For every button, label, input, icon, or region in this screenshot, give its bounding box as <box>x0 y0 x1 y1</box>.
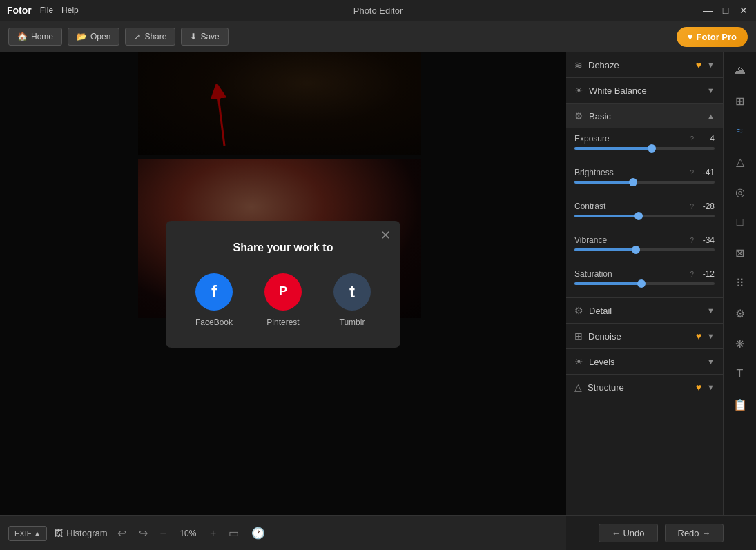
menu-help[interactable]: Help <box>61 6 79 15</box>
share-button[interactable]: ↗ Share <box>125 28 175 46</box>
denoise-expand-icon: ▼ <box>707 332 715 340</box>
undo-arrow-icon: ← <box>612 528 623 538</box>
app-name: Fotor <box>7 5 32 16</box>
close-button[interactable]: ✕ <box>738 5 749 16</box>
heart-icon: ♥ <box>688 32 693 42</box>
contrast-label: Contrast <box>574 202 688 211</box>
dehaze-pro-badge: ♥ <box>696 59 701 70</box>
open-button[interactable]: 📂 Open <box>68 28 119 46</box>
facebook-share[interactable]: f FaceBook <box>195 273 233 327</box>
modal-close-button[interactable]: ✕ <box>380 228 391 243</box>
maximize-button[interactable]: □ <box>720 5 731 16</box>
save-icon: ⬇ <box>190 32 197 41</box>
levels-section: ☀ Levels ▼ <box>566 349 723 375</box>
square-icon[interactable]: □ <box>729 211 751 233</box>
home-button[interactable]: 🏠 Home <box>8 28 62 46</box>
pattern-icon[interactable]: ⊠ <box>729 242 751 264</box>
dehaze-section: ≋ Dehaze ♥ ▼ <box>566 52 723 78</box>
window-title: Photo Editor <box>353 6 403 16</box>
bottom-bar-right: ← Undo Redo → <box>566 515 756 550</box>
detail-section: ⚙ Detail ▼ <box>566 298 723 324</box>
tumblr-icon: t <box>333 273 371 311</box>
save-button[interactable]: ⬇ Save <box>181 28 228 46</box>
levels-row[interactable]: ☀ Levels ▼ <box>566 349 723 374</box>
exposure-slider-section: Exposure ? 4 <box>566 128 723 162</box>
denoise-pro-badge: ♥ <box>696 331 701 342</box>
facebook-label: FaceBook <box>195 317 233 327</box>
home-icon: 🏠 <box>17 32 28 41</box>
window-controls: — □ ✕ <box>702 5 749 16</box>
zoom-in-icon[interactable]: + <box>207 524 219 542</box>
adjust-icon[interactable]: ≈ <box>729 120 751 142</box>
basic-section: ⚙ Basic ▲ Exposure ? 4 Brightness ? -41 <box>566 104 723 298</box>
detail-label: Detail <box>589 306 701 316</box>
white-balance-expand-icon: ▼ <box>707 86 715 95</box>
denoise-icon: ⊞ <box>574 331 583 342</box>
redo-arrow-icon: → <box>701 528 710 538</box>
brightness-track[interactable] <box>574 181 715 184</box>
detail-row[interactable]: ⚙ Detail ▼ <box>566 298 723 323</box>
redo-button[interactable]: Redo → <box>665 524 724 542</box>
pinterest-icon: P <box>264 273 302 311</box>
pinterest-label: Pinterest <box>266 317 299 327</box>
detail-icon: ⚙ <box>574 305 583 316</box>
modal-overlay[interactable]: ✕ Share your work to f FaceBook P Pinter… <box>0 52 566 515</box>
fit-view-icon[interactable]: ▭ <box>226 524 242 542</box>
white-balance-label: White Balance <box>589 86 701 96</box>
circle-icon[interactable]: ◎ <box>729 181 751 203</box>
exif-button[interactable]: EXIF ▲ <box>8 526 47 541</box>
exposure-value: 4 <box>694 134 715 144</box>
vibrance-track[interactable] <box>574 248 715 251</box>
saturation-slider-section: Saturation ? -12 <box>566 264 723 297</box>
zoom-out-icon[interactable]: − <box>157 524 169 542</box>
basic-label: Basic <box>589 111 701 121</box>
white-balance-icon: ☀ <box>574 85 583 96</box>
exposure-track[interactable] <box>574 147 715 150</box>
basic-header[interactable]: ⚙ Basic ▲ <box>566 104 723 128</box>
pinterest-share[interactable]: P Pinterest <box>264 273 302 327</box>
dots-icon[interactable]: ⠿ <box>729 272 751 294</box>
fotor-pro-button[interactable]: ♥ Fotor Pro <box>677 27 748 47</box>
open-icon: 📂 <box>77 32 87 41</box>
settings-icon[interactable]: ⚙ <box>729 302 751 324</box>
text-icon[interactable]: T <box>729 363 751 385</box>
undo-icon[interactable]: ↩ <box>115 524 129 542</box>
denoise-section: ⊞ Denoise ♥ ▼ <box>566 324 723 349</box>
levels-icon: ☀ <box>574 356 583 367</box>
history-icon[interactable]: 🕐 <box>249 524 268 542</box>
landscape-icon[interactable]: ⛰ <box>729 59 751 81</box>
undo-button[interactable]: ← Undo <box>599 524 658 542</box>
exposure-label: Exposure <box>574 134 688 144</box>
levels-label: Levels <box>589 357 701 367</box>
white-balance-section: ☀ White Balance ▼ <box>566 78 723 104</box>
structure-label: Structure <box>588 382 690 393</box>
flask-icon[interactable]: △ <box>729 150 751 173</box>
crop-icon[interactable]: ⊞ <box>729 90 751 112</box>
basic-icon: ⚙ <box>574 110 583 121</box>
denoise-label: Denoise <box>588 331 690 342</box>
structure-section: △ Structure ♥ ▼ <box>566 375 723 400</box>
contrast-track[interactable] <box>574 215 715 217</box>
minimize-button[interactable]: — <box>702 5 713 16</box>
histogram-button[interactable]: 🖼 Histogram <box>54 528 107 538</box>
exif-chevron-icon: ▲ <box>33 529 41 538</box>
contrast-value: -28 <box>694 202 715 211</box>
brightness-value: -41 <box>694 168 715 177</box>
dehaze-row[interactable]: ≋ Dehaze ♥ ▼ <box>566 52 723 77</box>
dehaze-icon: ≋ <box>574 59 583 70</box>
saturation-track[interactable] <box>574 282 715 285</box>
share-options: f FaceBook P Pinterest t Tumblr <box>180 273 387 327</box>
structure-row[interactable]: △ Structure ♥ ▼ <box>566 375 723 400</box>
badge-icon[interactable]: ❋ <box>729 333 751 355</box>
denoise-row[interactable]: ⊞ Denoise ♥ ▼ <box>566 324 723 348</box>
redo-icon[interactable]: ↪ <box>136 524 151 542</box>
tumblr-label: Tumblr <box>340 317 365 327</box>
calendar-icon[interactable]: 📋 <box>729 393 751 415</box>
zoom-level: 10% <box>176 529 200 538</box>
structure-expand-icon: ▼ <box>707 383 715 391</box>
bottom-bar: EXIF ▲ 🖼 Histogram ↩ ↪ − 10% + ▭ 🕐 <box>0 515 566 550</box>
menu-file[interactable]: File <box>40 6 53 15</box>
white-balance-row[interactable]: ☀ White Balance ▼ <box>566 78 723 103</box>
contrast-slider-section: Contrast ? -28 <box>566 196 723 230</box>
tumblr-share[interactable]: t Tumblr <box>333 273 371 327</box>
